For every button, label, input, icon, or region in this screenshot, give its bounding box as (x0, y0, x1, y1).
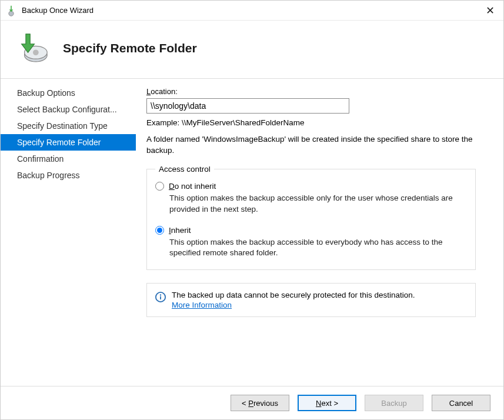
svg-point-3 (33, 49, 39, 55)
radio-inherit-label: Inherit (169, 226, 191, 235)
wizard-footer: < Previous Next > Backup Cancel (1, 386, 503, 419)
description-text: A folder named 'WindowsImageBackup' will… (146, 134, 476, 156)
svg-rect-6 (160, 296, 161, 299)
more-info-link[interactable]: More Information (172, 301, 232, 309)
content-pane: Location: Example: \\MyFileServer\Shared… (136, 79, 503, 386)
access-legend: Access control (155, 165, 214, 174)
radio-block-inherit: Inherit This option makes the backup acc… (155, 226, 467, 259)
previous-button[interactable]: < Previous (231, 395, 289, 411)
backup-icon (16, 31, 50, 65)
backup-button: Backup (365, 395, 423, 411)
location-example: Example: \\MyFileServer\SharedFolderName (146, 118, 490, 127)
wizard-body: Backup Options Select Backup Configurat.… (1, 79, 503, 386)
sidebar-item-select-config[interactable]: Select Backup Configurat... (1, 101, 136, 118)
access-control-group: Access control Do not inherit This optio… (146, 165, 476, 271)
sidebar: Backup Options Select Backup Configurat.… (1, 79, 136, 386)
sidebar-item-remote-folder[interactable]: Specify Remote Folder (1, 134, 136, 151)
svg-point-5 (160, 295, 161, 296)
close-button[interactable]: ✕ (481, 4, 499, 17)
page-title: Specify Remote Folder (63, 41, 197, 55)
sidebar-item-destination-type[interactable]: Specify Destination Type (1, 118, 136, 134)
location-input[interactable] (146, 98, 349, 114)
radio-inherit-desc: This option makes the backup accessible … (169, 237, 467, 259)
titlebar: Backup Once Wizard ✕ (1, 1, 503, 21)
radio-do-not-inherit[interactable] (155, 182, 164, 191)
sidebar-item-confirmation[interactable]: Confirmation (1, 151, 136, 167)
cancel-button[interactable]: Cancel (432, 395, 490, 411)
wizard-header: Specify Remote Folder (1, 21, 503, 79)
info-box: The backed up data cannot be securely pr… (146, 283, 476, 317)
info-text-wrap: The backed up data cannot be securely pr… (172, 291, 415, 309)
sidebar-item-backup-progress[interactable]: Backup Progress (1, 167, 136, 184)
location-label: Location: (146, 87, 490, 96)
radio-block-do-not-inherit: Do not inherit This option makes the bac… (155, 182, 467, 215)
info-icon (155, 292, 166, 302)
info-message: The backed up data cannot be securely pr… (172, 291, 415, 299)
radio-inherit[interactable] (155, 226, 164, 235)
wizard-window: Backup Once Wizard ✕ Specify Remote Fold… (0, 0, 504, 420)
radio-do-not-inherit-desc: This option makes the backup accessible … (169, 193, 467, 215)
sidebar-item-backup-options[interactable]: Backup Options (1, 85, 136, 101)
app-icon (5, 5, 17, 16)
radio-do-not-inherit-label: Do not inherit (169, 182, 216, 191)
next-button[interactable]: Next > (298, 395, 356, 411)
window-title: Backup Once Wizard (22, 6, 481, 15)
